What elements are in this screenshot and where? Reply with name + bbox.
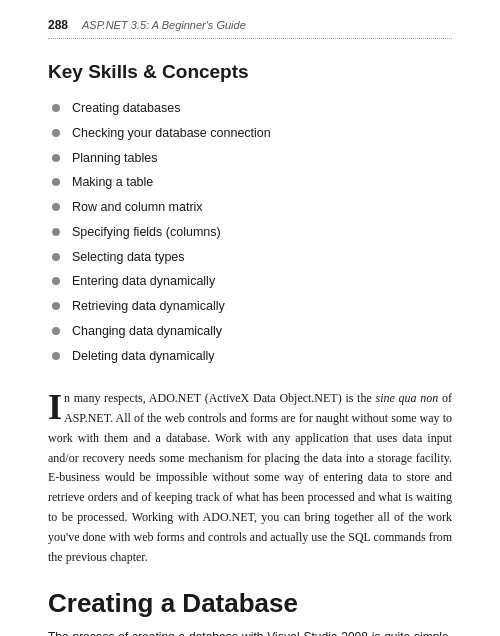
page-number: 288 — [48, 18, 68, 32]
list-item-text: Retrieving data dynamically — [72, 297, 225, 316]
bullet-icon — [52, 129, 60, 137]
list-item: Creating databases — [52, 99, 452, 118]
creating-db-body: The process of creating a database with … — [48, 628, 452, 636]
bullet-icon — [52, 104, 60, 112]
page-header: 288 ASP.NET 3.5: A Beginner's Guide — [48, 18, 452, 39]
key-skills-section: Key Skills & Concepts Creating databases… — [48, 61, 452, 365]
list-item-text: Row and column matrix — [72, 198, 203, 217]
bullet-icon — [52, 277, 60, 285]
page-container: 288 ASP.NET 3.5: A Beginner's Guide Key … — [0, 0, 500, 636]
list-item-text: Selecting data types — [72, 248, 185, 267]
bullet-icon — [52, 302, 60, 310]
creating-db-section: Creating a Database The process of creat… — [48, 589, 452, 636]
list-item: Entering data dynamically — [52, 272, 452, 291]
list-item: Retrieving data dynamically — [52, 297, 452, 316]
list-item: Changing data dynamically — [52, 322, 452, 341]
intro-text: n many respects, ADO.NET (ActiveX Data O… — [48, 391, 452, 563]
list-item-text: Making a table — [72, 173, 153, 192]
intro-paragraph: In many respects, ADO.NET (ActiveX Data … — [48, 389, 452, 567]
list-item: Checking your database connection — [52, 124, 452, 143]
key-skills-list: Creating databasesChecking your database… — [48, 99, 452, 365]
creating-db-title: Creating a Database — [48, 589, 452, 618]
bullet-icon — [52, 253, 60, 261]
bullet-icon — [52, 228, 60, 236]
key-skills-title: Key Skills & Concepts — [48, 61, 452, 83]
bullet-icon — [52, 327, 60, 335]
bullet-icon — [52, 203, 60, 211]
list-item-text: Deleting data dynamically — [72, 347, 214, 366]
list-item-text: Entering data dynamically — [72, 272, 215, 291]
list-item: Row and column matrix — [52, 198, 452, 217]
list-item-text: Changing data dynamically — [72, 322, 222, 341]
list-item-text: Specifying fields (columns) — [72, 223, 221, 242]
book-title: ASP.NET 3.5: A Beginner's Guide — [82, 19, 246, 31]
list-item: Specifying fields (columns) — [52, 223, 452, 242]
list-item-text: Planning tables — [72, 149, 157, 168]
list-item-text: Checking your database connection — [72, 124, 271, 143]
list-item-text: Creating databases — [72, 99, 180, 118]
list-item: Planning tables — [52, 149, 452, 168]
list-item: Selecting data types — [52, 248, 452, 267]
list-item: Making a table — [52, 173, 452, 192]
drop-cap: I — [48, 394, 62, 421]
list-item: Deleting data dynamically — [52, 347, 452, 366]
bullet-icon — [52, 352, 60, 360]
bullet-icon — [52, 178, 60, 186]
bullet-icon — [52, 154, 60, 162]
